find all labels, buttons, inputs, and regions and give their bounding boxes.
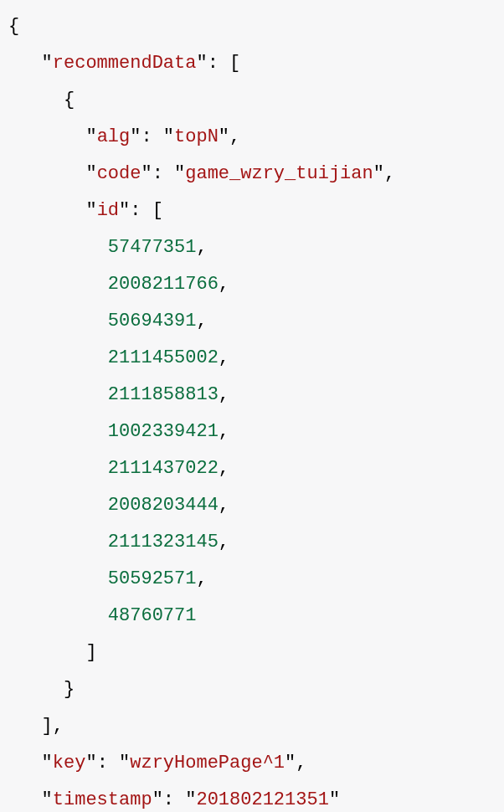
id-value-1: 2008211766 bbox=[108, 274, 219, 295]
quote: " bbox=[85, 126, 96, 147]
value-timestamp: 201802121351 bbox=[196, 789, 328, 810]
key-id: id bbox=[97, 200, 119, 221]
colon: : bbox=[97, 753, 108, 773]
brace-open: { bbox=[64, 90, 75, 110]
id-value-3: 2111455002 bbox=[108, 347, 219, 368]
quote: " bbox=[174, 163, 185, 184]
id-value-2: 50694391 bbox=[108, 311, 197, 331]
quote: " bbox=[285, 753, 296, 773]
json-code-block: { "recommendData": [ { "alg": "topN", "c… bbox=[8, 8, 496, 812]
id-value-0: 57477351 bbox=[108, 237, 197, 258]
quote: " bbox=[219, 126, 229, 147]
quote: " bbox=[42, 753, 53, 773]
id-value-6: 2111437022 bbox=[108, 458, 219, 479]
quote: " bbox=[130, 126, 141, 147]
comma: , bbox=[196, 237, 207, 258]
comma: , bbox=[219, 274, 229, 295]
quote: " bbox=[185, 789, 196, 810]
quote: " bbox=[42, 53, 53, 74]
quote: " bbox=[119, 753, 130, 773]
key-code: code bbox=[97, 163, 141, 184]
quote: " bbox=[119, 200, 130, 221]
key-recommendData: recommendData bbox=[53, 53, 197, 74]
key-key: key bbox=[53, 753, 86, 773]
comma: , bbox=[296, 753, 306, 773]
id-value-10: 48760771 bbox=[108, 605, 197, 626]
quote: " bbox=[85, 163, 96, 184]
bracket-close: ] bbox=[85, 642, 96, 663]
comma: , bbox=[219, 347, 229, 368]
quote: " bbox=[85, 753, 96, 773]
comma: , bbox=[219, 495, 229, 516]
comma: , bbox=[229, 126, 240, 147]
quote: " bbox=[163, 126, 174, 147]
comma: , bbox=[219, 458, 229, 479]
value-alg: topN bbox=[174, 126, 219, 147]
colon: : bbox=[152, 163, 163, 184]
id-value-5: 1002339421 bbox=[108, 421, 219, 442]
brace-close: } bbox=[64, 679, 75, 700]
bracket-open: [ bbox=[152, 200, 163, 221]
value-key: wzryHomePage^1 bbox=[130, 753, 285, 773]
comma: , bbox=[196, 311, 207, 331]
id-value-7: 2008203444 bbox=[108, 495, 219, 516]
key-alg: alg bbox=[97, 126, 131, 147]
quote: " bbox=[152, 789, 163, 810]
brace-open: { bbox=[8, 16, 19, 37]
id-value-8: 2111323145 bbox=[108, 532, 219, 552]
id-value-4: 2111858813 bbox=[108, 384, 219, 405]
key-timestamp: timestamp bbox=[53, 789, 152, 810]
quote: " bbox=[42, 789, 53, 810]
comma: , bbox=[53, 716, 64, 737]
bracket-close: ] bbox=[42, 716, 53, 737]
bracket-open: [ bbox=[229, 53, 240, 74]
colon: : bbox=[130, 200, 141, 221]
colon: : bbox=[163, 789, 174, 810]
quote: " bbox=[85, 200, 96, 221]
colon: : bbox=[208, 53, 219, 74]
quote: " bbox=[141, 163, 152, 184]
comma: , bbox=[219, 384, 229, 405]
comma: , bbox=[219, 421, 229, 442]
quote: " bbox=[373, 163, 384, 184]
quote: " bbox=[196, 53, 207, 74]
id-value-9: 50592571 bbox=[108, 568, 197, 589]
quote: " bbox=[329, 789, 340, 810]
comma: , bbox=[384, 163, 395, 184]
colon: : bbox=[141, 126, 152, 147]
comma: , bbox=[196, 568, 207, 589]
comma: , bbox=[219, 532, 229, 552]
value-code: game_wzry_tuijian bbox=[185, 163, 373, 184]
